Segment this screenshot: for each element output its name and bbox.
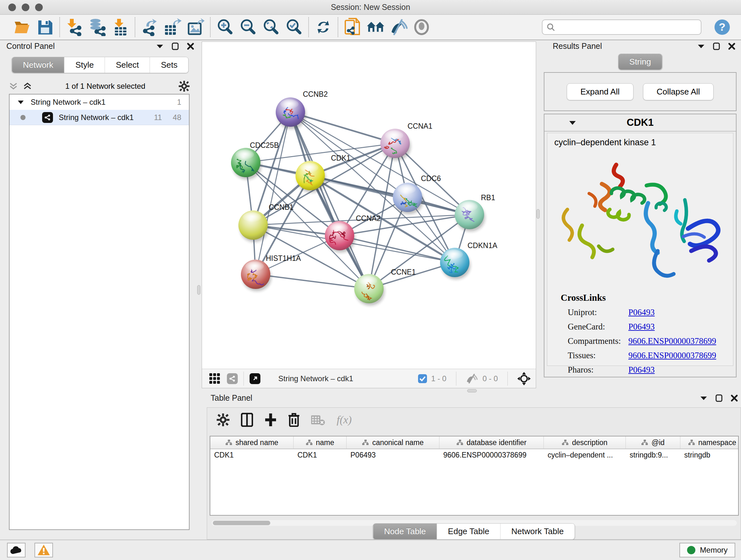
node-CCNA1[interactable]: CCNA1 — [381, 122, 432, 160]
table-cell[interactable]: P06493 — [347, 449, 440, 462]
table-settings-gear-icon[interactable] — [217, 414, 229, 426]
crosslink-row: Compartments:9606.ENSP00000378699 — [568, 336, 733, 346]
panel-maximize-icon[interactable] — [716, 394, 723, 402]
tab-string[interactable]: String — [618, 54, 662, 70]
import-network-database-button[interactable] — [88, 17, 107, 37]
panel-float-icon[interactable] — [697, 44, 704, 49]
toolbar-search[interactable] — [542, 19, 701, 35]
edge-CCNB2-CCNE1[interactable] — [290, 112, 369, 289]
panel-float-icon[interactable] — [156, 44, 163, 49]
edge-CCNA2-CDKN1A[interactable] — [340, 236, 455, 262]
node-CDKN1A[interactable]: CDKN1A — [440, 241, 497, 279]
save-session-button[interactable] — [36, 17, 54, 37]
table-cell[interactable]: CDK1 — [210, 449, 293, 462]
string-import-button[interactable] — [343, 17, 362, 37]
panel-maximize-icon[interactable] — [713, 43, 720, 50]
node-RB1[interactable]: RB1 — [455, 193, 495, 232]
refresh-button[interactable] — [314, 17, 333, 37]
tab-select[interactable]: Select — [105, 57, 150, 73]
expand-all-button[interactable]: Expand All — [567, 83, 633, 100]
collection-caret-icon[interactable] — [18, 100, 23, 104]
table-cell[interactable]: 9606.ENSP00000378699 — [440, 449, 544, 462]
left-splitter-handle[interactable] — [197, 285, 200, 295]
export-network-button[interactable] — [140, 17, 159, 37]
network-view-badge[interactable] — [227, 373, 238, 384]
tab-network-table[interactable]: Network Table — [500, 523, 575, 539]
hidden-eye-slash-icon[interactable] — [466, 374, 479, 383]
open-session-button[interactable] — [13, 17, 31, 37]
column-header-@id[interactable]: @id — [626, 436, 680, 449]
search-input[interactable] — [558, 23, 697, 32]
import-network-file-button[interactable] — [65, 17, 84, 37]
export-image-button[interactable] — [186, 17, 205, 37]
homes-button[interactable] — [366, 17, 385, 37]
edge-CDK1-RB1[interactable] — [310, 176, 469, 214]
table-cell[interactable]: CDK1 — [293, 449, 347, 462]
column-header-name[interactable]: name — [293, 436, 347, 449]
panel-close-icon[interactable] — [187, 43, 194, 50]
edge-CCNB2-CCNA1[interactable] — [290, 112, 395, 143]
zoom-selected-button[interactable] — [285, 17, 303, 37]
cloud-button[interactable] — [7, 543, 25, 557]
panel-close-icon[interactable] — [728, 43, 735, 50]
column-type-icon — [306, 439, 313, 446]
zoom-out-button[interactable] — [239, 17, 257, 37]
panel-float-icon[interactable] — [700, 396, 707, 400]
table-row[interactable]: CDK1CDK1P064939606.ENSP00000378699cyclin… — [210, 449, 738, 462]
crosslink-link[interactable]: 9606.ENSP00000378699 — [628, 351, 716, 361]
table-cell[interactable]: cyclin–dependent ... — [544, 449, 626, 462]
node-CDC25B[interactable]: CDC25B — [231, 141, 279, 179]
tab-network[interactable]: Network — [12, 57, 64, 73]
panel-close-icon[interactable] — [731, 395, 738, 401]
selected-checkbox-icon[interactable] — [418, 374, 427, 383]
network-selection-summary: 1 of 1 Network selected — [32, 82, 179, 91]
memory-button[interactable]: Memory — [679, 543, 735, 557]
column-header-canonical-name[interactable]: canonical name — [347, 436, 440, 449]
hide-unhide-button[interactable] — [389, 17, 408, 37]
column-type-icon — [362, 439, 369, 446]
help-button[interactable]: ? — [713, 17, 731, 37]
tab-edge-table[interactable]: Edge Table — [437, 523, 501, 539]
warnings-button[interactable] — [35, 543, 53, 557]
table-cell[interactable]: stringdb:9... — [626, 449, 680, 462]
gene-caret-icon[interactable] — [569, 121, 576, 125]
grid-view-button[interactable] — [209, 373, 220, 384]
network-row-selected[interactable]: String Network – cdk1 11 48 — [10, 110, 189, 125]
column-header-database-identifier[interactable]: database identifier — [440, 436, 544, 449]
column-header-description[interactable]: description — [544, 436, 626, 449]
show-columns-icon[interactable] — [241, 413, 253, 427]
column-header-shared-name[interactable]: shared name — [210, 436, 293, 449]
expand-all-icon[interactable] — [23, 82, 32, 90]
crosslink-link[interactable]: P06493 — [628, 322, 655, 332]
node-CCNE1[interactable]: CCNE1 — [354, 268, 416, 306]
collapse-all-button[interactable]: Collapse All — [643, 83, 714, 100]
panel-maximize-icon[interactable] — [172, 43, 179, 50]
node-HIST1H1A[interactable]: HIST1H1A — [241, 254, 301, 291]
network-collection-row[interactable]: String Network – cdk1 1 — [10, 95, 189, 110]
tab-node-table[interactable]: Node Table — [374, 523, 437, 539]
import-table-button[interactable] — [111, 17, 130, 37]
birds-eye-view-button[interactable] — [517, 372, 531, 385]
network-canvas[interactable]: CCNB2CCNA1CDC25BCDK1CDC6RB1CCNB1CCNA2CDK… — [202, 42, 536, 369]
tab-sets[interactable]: Sets — [150, 57, 188, 73]
table-cell[interactable]: stringdb — [680, 449, 739, 462]
crosslink-link[interactable]: 9606.ENSP00000378699 — [628, 336, 716, 346]
node-CCNB2[interactable]: CCNB2 — [276, 90, 328, 129]
delete-column-icon[interactable] — [288, 413, 300, 427]
export-table-button[interactable] — [163, 17, 182, 37]
show-eye-button[interactable] — [412, 17, 431, 37]
crosslink-link[interactable]: P06493 — [628, 307, 655, 317]
collapse-all-icon[interactable] — [9, 82, 18, 90]
fit-content-button[interactable] — [262, 17, 280, 37]
edge-HIST1H1A-CCNE1[interactable] — [256, 274, 369, 289]
network-options-gear-icon[interactable] — [179, 81, 190, 91]
open-in-window-button[interactable] — [250, 373, 260, 384]
crosslink-link[interactable]: P06493 — [628, 365, 655, 375]
horizontal-splitter-handle[interactable] — [467, 389, 477, 392]
add-column-icon[interactable] — [265, 413, 277, 427]
column-header-namespace[interactable]: namespace — [680, 436, 739, 449]
tab-style[interactable]: Style — [64, 57, 105, 73]
table-hscrollbar-thumb[interactable] — [213, 521, 270, 525]
node-CCNB1[interactable]: CCNB1 — [239, 203, 293, 242]
zoom-in-button[interactable] — [216, 17, 234, 37]
